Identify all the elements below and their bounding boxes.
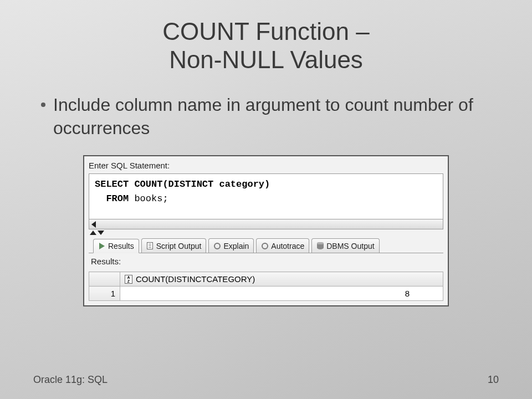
- bullet-text: Include column name in argument to count…: [53, 94, 499, 140]
- tab-autotrace[interactable]: Autotrace: [256, 238, 309, 253]
- table-row[interactable]: 1 8: [89, 287, 443, 301]
- play-icon: [98, 242, 106, 250]
- tab-results-label: Results: [108, 242, 134, 250]
- column-header[interactable]: AZ COUNT(DISTINCTCATEGORY): [120, 272, 443, 287]
- tab-script-output-label: Script Output: [156, 242, 202, 250]
- row-number-cell: 1: [89, 287, 120, 301]
- sql-line-1: SELECT COUNT(DISTINCT category): [95, 179, 270, 190]
- tab-dbms-output[interactable]: DBMS Output: [311, 238, 379, 253]
- database-icon: [316, 242, 324, 250]
- tab-script-output[interactable]: Script Output: [141, 238, 207, 253]
- horizontal-scrollbar[interactable]: [89, 219, 443, 229]
- bullet-dot-icon: [41, 103, 45, 107]
- slide: COUNT Function – Non-NULL Values Include…: [0, 0, 532, 399]
- slide-footer: Oracle 11g: SQL 10: [33, 374, 499, 386]
- triangle-up-icon: [90, 231, 96, 235]
- scroll-left-icon: [91, 221, 96, 228]
- sql-line-2-rest: books;: [129, 193, 168, 204]
- results-label: Results:: [84, 253, 448, 272]
- bullet-item: Include column name in argument to count…: [33, 94, 499, 140]
- sql-line-2-keyword: FROM: [106, 193, 129, 204]
- result-tabs: Results Script Output Explain Autotrace …: [89, 236, 443, 253]
- results-grid: AZ COUNT(DISTINCTCATEGORY) 1 8: [89, 272, 443, 301]
- tab-dbms-output-label: DBMS Output: [326, 242, 374, 250]
- table-header-row: AZ COUNT(DISTINCTCATEGORY): [89, 272, 443, 287]
- footer-left: Oracle 11g: SQL: [33, 374, 108, 386]
- gear-icon: [213, 242, 221, 250]
- title-line-2: Non-NULL Values: [169, 46, 363, 73]
- splitter-handle[interactable]: [89, 231, 443, 236]
- tab-explain-label: Explain: [223, 242, 249, 250]
- sql-prompt-label: Enter SQL Statement:: [84, 156, 448, 173]
- row-number-header[interactable]: [89, 272, 120, 287]
- tab-results[interactable]: Results: [93, 239, 139, 253]
- triangle-down-icon: [98, 231, 104, 235]
- tab-explain[interactable]: Explain: [208, 238, 254, 253]
- tab-autotrace-label: Autotrace: [271, 242, 304, 250]
- title-line-1: COUNT Function –: [162, 18, 369, 45]
- slide-title: COUNT Function – Non-NULL Values: [33, 18, 499, 74]
- column-header-text: COUNT(DISTINCTCATEGORY): [136, 274, 255, 284]
- document-icon: [146, 242, 154, 250]
- value-cell: 8: [120, 287, 443, 301]
- footer-page-number: 10: [488, 374, 499, 386]
- sql-editor[interactable]: SELECT COUNT(DISTINCT category) FROM boo…: [89, 173, 443, 219]
- sort-az-icon: AZ: [125, 275, 132, 284]
- sql-tool-panel: Enter SQL Statement: SELECT COUNT(DISTIN…: [83, 155, 449, 306]
- gear-icon: [261, 242, 269, 250]
